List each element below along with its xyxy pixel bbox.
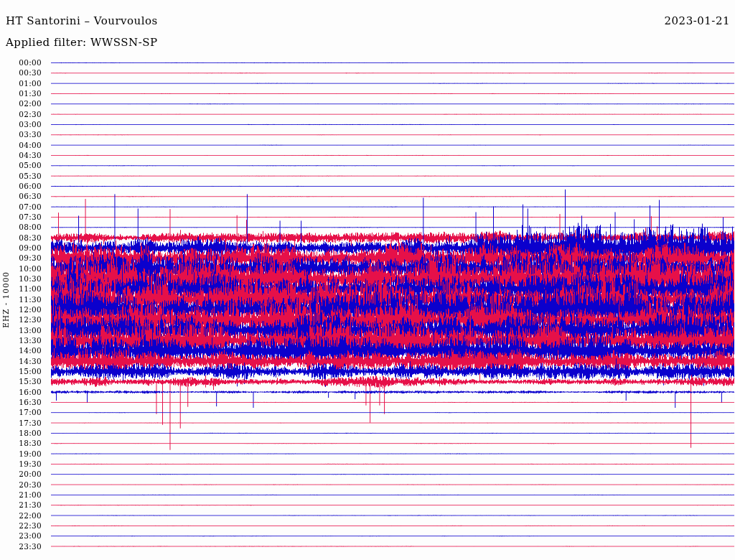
time-label: 11:30 bbox=[0, 296, 42, 304]
time-label: 06:00 bbox=[0, 182, 42, 190]
time-label: 16:00 bbox=[0, 388, 42, 396]
time-label: 08:00 bbox=[0, 223, 42, 231]
time-label: 18:00 bbox=[0, 429, 42, 437]
time-label: 06:30 bbox=[0, 192, 42, 200]
time-label: 00:30 bbox=[0, 69, 42, 77]
time-label: 21:30 bbox=[0, 501, 42, 509]
time-label: 04:00 bbox=[0, 141, 42, 149]
time-label: 08:30 bbox=[0, 234, 42, 242]
time-label: 13:00 bbox=[0, 327, 42, 335]
time-label: 20:00 bbox=[0, 470, 42, 478]
time-axis: 00:0000:3001:0001:3002:0002:3003:0003:30… bbox=[0, 0, 46, 560]
time-label: 02:30 bbox=[0, 111, 42, 118]
time-label: 17:30 bbox=[0, 419, 42, 427]
time-label: 14:00 bbox=[0, 347, 42, 355]
time-label: 22:00 bbox=[0, 512, 42, 520]
time-label: 21:00 bbox=[0, 491, 42, 499]
time-label: 03:30 bbox=[0, 131, 42, 139]
time-label: 23:00 bbox=[0, 532, 42, 540]
time-label: 17:00 bbox=[0, 409, 42, 416]
time-label: 02:00 bbox=[0, 100, 42, 108]
time-label: 00:00 bbox=[0, 59, 42, 67]
helicorder-canvas bbox=[0, 0, 735, 560]
time-label: 11:00 bbox=[0, 285, 42, 293]
time-label: 10:30 bbox=[0, 275, 42, 283]
time-label: 05:30 bbox=[0, 172, 42, 180]
time-label: 07:00 bbox=[0, 203, 42, 211]
time-label: 01:30 bbox=[0, 90, 42, 98]
time-label: 09:30 bbox=[0, 254, 42, 262]
time-label: 22:30 bbox=[0, 522, 42, 530]
time-label: 12:00 bbox=[0, 306, 42, 314]
time-label: 20:30 bbox=[0, 481, 42, 489]
time-label: 07:30 bbox=[0, 213, 42, 221]
time-label: 04:30 bbox=[0, 151, 42, 159]
time-label: 01:00 bbox=[0, 80, 42, 88]
time-label: 18:30 bbox=[0, 439, 42, 447]
time-label: 12:30 bbox=[0, 316, 42, 324]
time-label: 15:30 bbox=[0, 378, 42, 386]
time-label: 15:00 bbox=[0, 368, 42, 375]
time-label: 16:30 bbox=[0, 398, 42, 406]
time-label: 14:30 bbox=[0, 358, 42, 365]
time-label: 13:30 bbox=[0, 337, 42, 345]
time-label: 05:00 bbox=[0, 162, 42, 169]
time-label: 19:00 bbox=[0, 450, 42, 458]
time-label: 10:00 bbox=[0, 265, 42, 273]
time-label: 03:00 bbox=[0, 121, 42, 129]
helicorder-page: HT Santorini – Vourvoulos 2023-01-21 App… bbox=[0, 0, 735, 560]
time-label: 23:30 bbox=[0, 543, 42, 551]
time-label: 09:00 bbox=[0, 244, 42, 252]
date-label: 2023-01-21 bbox=[665, 14, 730, 27]
time-label: 19:30 bbox=[0, 460, 42, 468]
